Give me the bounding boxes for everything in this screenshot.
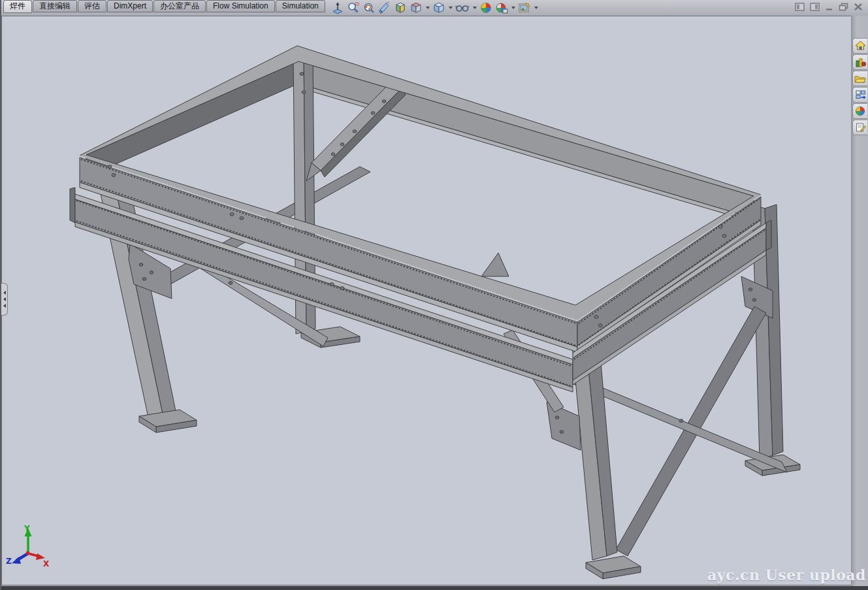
custom-properties-icon [855,122,866,133]
section-view-icon[interactable] [378,1,392,15]
display-style-dropdown[interactable] [449,7,453,9]
restore-button[interactable] [839,3,848,11]
tab-evaluate[interactable]: 评估 [78,0,106,12]
appearances-icon [855,106,865,116]
apply-scene-dropdown[interactable] [511,7,515,9]
solidworks-resources-button[interactable] [852,38,867,54]
view-settings-icon[interactable] [517,1,532,15]
tab-office-products[interactable]: 办公室产品 [153,0,206,12]
task-pane-strip [851,16,868,586]
command-tabs: 焊件 直接编辑 评估 DimXpert 办公室产品 Flow Simulatio… [3,0,326,13]
gusset-front-right [547,402,581,450]
apply-scene-icon[interactable] [494,1,509,15]
tab-simulation[interactable]: Simulation [276,0,325,12]
view-orientation-dropdown[interactable] [426,7,430,9]
tab-direct-editing[interactable]: 直接编辑 [33,0,77,12]
triad-y-label: Y [24,524,30,533]
collapse-arrow-icon [3,297,6,301]
view-settings-dropdown[interactable] [534,7,538,9]
tab-weldments[interactable]: 焊件 [3,0,32,13]
custom-properties-button[interactable] [852,120,867,135]
heads-up-view-toolbar [330,1,539,15]
file-explorer-button[interactable] [852,71,867,86]
window-controls [795,3,863,11]
design-library-button[interactable] [852,54,867,70]
bottom-strip [0,586,868,590]
pane-toggle-right-icon[interactable] [810,3,820,11]
triad-z-label: Z [6,557,12,566]
folder-icon [854,74,866,84]
hide-show-items-icon[interactable] [455,1,470,15]
triad-x-label: X [43,559,50,568]
gusset-tab-center[interactable] [481,253,509,276]
home-icon [855,41,866,51]
tab-flow-simulation[interactable]: Flow Simulation [206,0,275,12]
zoom-to-fit-icon[interactable] [330,1,345,15]
collapse-arrow-icon [3,291,6,295]
annotation-views-icon[interactable] [393,1,408,15]
display-style-icon[interactable] [432,1,446,15]
graphics-viewport[interactable]: Y X Z [1,16,852,585]
previous-view-icon[interactable] [362,1,376,15]
design-library-icon [855,57,866,67]
solidworks-window: 焊件 直接编辑 评估 DimXpert 办公室产品 Flow Simulatio… [0,0,868,590]
model-scene[interactable]: Y X Z [2,16,852,586]
hide-show-dropdown[interactable] [473,7,477,9]
reference-triad: Y X Z [6,524,50,568]
view-orientation-icon[interactable] [409,1,423,15]
tab-dimxpert[interactable]: DimXpert [107,0,153,12]
minimize-button[interactable] [825,3,833,11]
collapse-arrow-icon [3,304,6,308]
view-palette-button[interactable] [852,87,867,103]
pane-toggle-left-icon[interactable] [795,3,805,11]
appearances-scenes-button[interactable] [852,103,867,119]
zoom-to-area-icon[interactable] [346,1,361,15]
edit-appearance-icon[interactable] [479,1,493,15]
watermark: ayc.cn User upload [707,566,866,583]
feature-panel-collapse-handle[interactable] [1,283,8,316]
command-manager-bar: 焊件 直接编辑 评估 DimXpert 办公室产品 Flow Simulatio… [0,0,868,16]
view-palette-icon [855,90,866,100]
close-icon[interactable] [854,3,863,11]
